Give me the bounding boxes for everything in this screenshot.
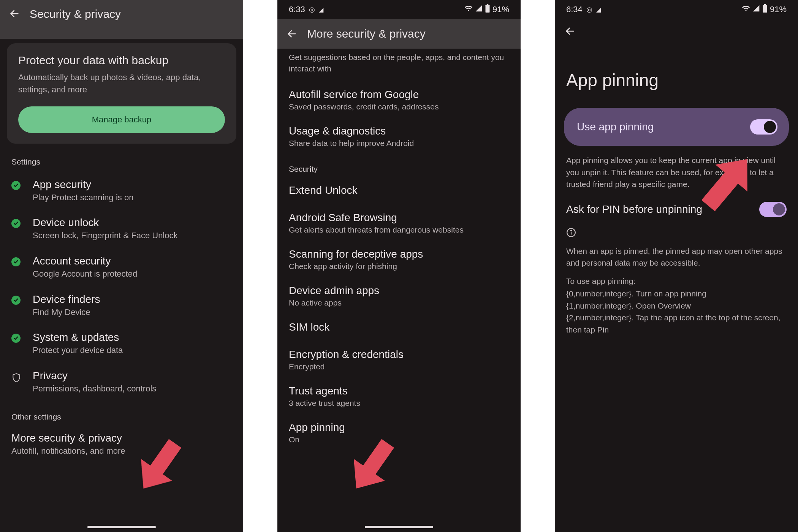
settings-item-app-security[interactable]: App security Play Protect scanning is on [0,172,243,210]
howto-line-2: {1,number,integer}. Open Overview [555,300,798,312]
item-title: Device admin apps [289,285,509,297]
settings-item-account-security[interactable]: Account security Google Account is prote… [0,248,243,287]
signal-icon [752,5,760,14]
item-sim-lock[interactable]: SIM lock [277,314,521,342]
security-section-label: Security [277,155,521,177]
instagram-icon: ◎ [586,5,592,14]
item-sub: No active apps [289,298,509,307]
screen-more-security-privacy: 6:33 ◎ ◢ 91% More security & privacy Get… [277,0,521,532]
check-icon [11,296,21,305]
svg-rect-6 [764,4,766,5]
item-encryption[interactable]: Encryption & credentials Encrypted [277,342,521,378]
pinned-warning-text: When an app is pinned, the pinned app ma… [555,243,798,273]
item-title: Device finders [33,293,232,306]
item-title: Autofill service from Google [289,89,509,101]
item-autofill-service[interactable]: Autofill service from Google Saved passw… [277,82,521,118]
notification-icon: ◢ [319,6,323,13]
svg-rect-2 [487,4,488,5]
item-title: Privacy [33,370,232,382]
item-scanning-deceptive[interactable]: Scanning for deceptive apps Check app ac… [277,241,521,278]
item-title: Android Safe Browsing [289,212,509,224]
back-icon[interactable] [286,28,298,40]
check-icon [11,257,21,266]
signal-icon [475,5,483,14]
backup-card: Protect your data with backup Automatica… [7,43,236,144]
item-sub: Saved passwords, credit cards, addresses [289,102,509,111]
wifi-icon [464,4,473,15]
item-device-admin[interactable]: Device admin apps No active apps [277,278,521,314]
settings-item-system-updates[interactable]: System & updates Protect your device dat… [0,325,243,363]
item-sub: On [289,435,509,444]
svg-rect-3 [485,5,489,13]
item-title: Trust agents [289,385,509,397]
status-time: 6:33 [289,5,305,14]
appbar: Security & privacy [0,0,243,39]
howto-line-3: {2,number,integer}. Tap the app icon at … [555,312,798,339]
toggle-use-app-pinning[interactable]: Use app pinning [564,108,789,146]
app-pinning-description: App pinning allows you to keep the curre… [555,146,798,194]
instagram-icon: ◎ [309,5,315,14]
back-icon[interactable] [8,8,21,20]
screen-security-privacy: Security & privacy Protect your data wit… [0,0,243,532]
notification-icon: ◢ [596,6,601,13]
battery-icon [485,4,490,15]
gesture-bar[interactable] [365,526,433,528]
status-battery-pct: 91% [492,5,509,14]
appbar: More security & privacy [277,19,521,49]
item-sub: Screen lock, Fingerprint & Face Unlock [33,230,232,241]
settings-item-more-security-privacy[interactable]: More security & privacy Autofill, notifi… [0,427,243,464]
item-app-pinning[interactable]: App pinning On [277,415,521,451]
check-icon [11,219,21,228]
appbar-title: More security & privacy [307,27,426,40]
switch-icon[interactable] [759,202,787,217]
toggle-label: Use app pinning [577,121,654,133]
appbar-title: Security & privacy [30,8,121,21]
check-icon [11,334,21,343]
item-title: System & updates [33,331,232,344]
svg-rect-7 [763,5,767,13]
settings-section-label: Settings [0,152,243,172]
status-bar: 6:33 ◎ ◢ 91% [277,0,521,19]
item-sub: Permissions, dashboard, controls [33,383,232,394]
item-title: App security [33,179,232,191]
toggle-ask-for-pin[interactable]: Ask for PIN before unpinning [555,194,798,224]
manage-backup-button[interactable]: Manage backup [18,106,225,133]
item-usage-diagnostics[interactable]: Usage & diagnostics Share data to help i… [277,118,521,155]
item-sub: Play Protect scanning is on [33,192,232,203]
item-title: Device unlock [33,217,232,229]
settings-list: App security Play Protect scanning is on… [0,172,243,401]
back-icon[interactable] [564,25,576,37]
toggle-label: Ask for PIN before unpinning [566,203,702,215]
gesture-bar[interactable] [87,526,156,528]
item-sub: Get alerts about threats from dangerous … [289,225,509,234]
item-title: Encryption & credentials [289,348,509,361]
item-sub: Check app activity for phishing [289,262,509,271]
page-title: App pinning [555,43,798,108]
status-time: 6:34 [566,5,583,14]
howto-intro: To use app pinning: [555,273,798,288]
settings-item-device-finders[interactable]: Device finders Find My Device [0,287,243,325]
settings-item-device-unlock[interactable]: Device unlock Screen lock, Fingerprint &… [0,210,243,248]
item-title: More security & privacy [11,432,232,444]
item-sub: Find My Device [33,307,232,318]
item-sub: Share data to help improve Android [289,139,509,148]
check-icon [11,181,21,190]
item-extend-unlock[interactable]: Extend Unlock [277,177,521,205]
item-sub: 3 active trust agents [289,399,509,408]
item-sub: Protect your device data [33,345,232,356]
wifi-icon [742,4,750,15]
item-trust-agents[interactable]: Trust agents 3 active trust agents [277,378,521,415]
battery-icon [762,4,768,15]
item-title: Extend Unlock [289,184,509,196]
item-title: App pinning [289,421,509,434]
status-battery-pct: 91% [770,5,787,14]
appbar [555,19,798,43]
howto-line-1: {0,number,integer}. Turn on app pinning [555,288,798,300]
switch-icon[interactable] [750,119,777,135]
item-sub: Encrypted [289,362,509,371]
item-safe-browsing[interactable]: Android Safe Browsing Get alerts about t… [277,205,521,241]
info-icon [555,224,798,243]
header-subtext: Get suggestions based on the people, app… [277,49,521,82]
settings-item-privacy[interactable]: Privacy Permissions, dashboard, controls [0,363,243,401]
shield-icon [11,370,24,385]
